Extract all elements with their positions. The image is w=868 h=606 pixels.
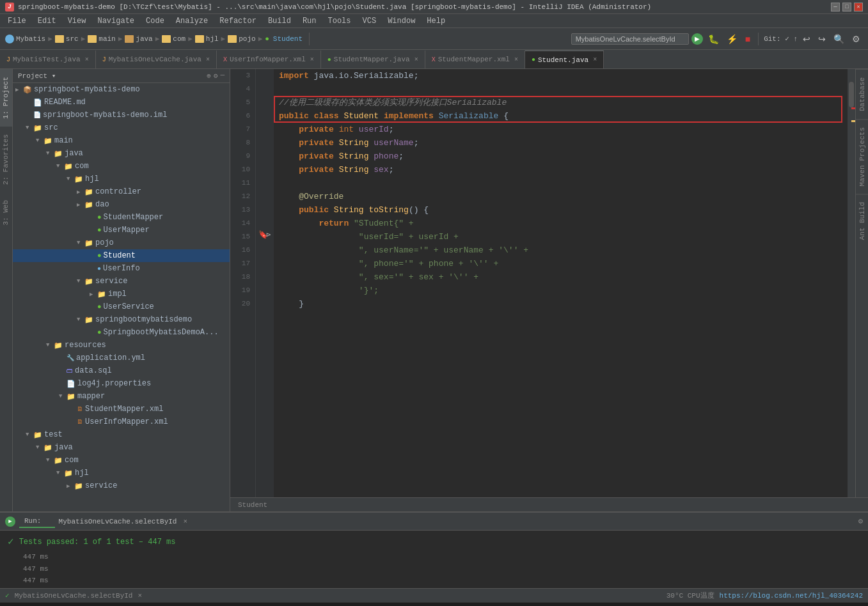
tree-label-test-java: java — [54, 443, 73, 452]
breadcrumb-hjl[interactable]: hjl — [195, 35, 219, 43]
menu-run[interactable]: Run — [297, 15, 322, 27]
tree-log4j[interactable]: 📄 log4j.properties — [13, 377, 230, 390]
tree-impl[interactable]: ▶ 📁 impl — [13, 288, 230, 300]
tab-close-6[interactable]: × — [593, 56, 597, 63]
scrollbar-thumb[interactable] — [849, 82, 854, 107]
tree-springbootmain[interactable]: ● SpringbootMybatisDemoA... — [13, 326, 230, 339]
sidebar-minimize-icon[interactable]: ─ — [220, 72, 225, 80]
tree-label-controller: controller — [95, 187, 141, 196]
tab-close-5[interactable]: × — [514, 56, 518, 63]
search-button[interactable]: 🔍 — [831, 33, 847, 45]
menu-build[interactable]: Build — [263, 15, 296, 27]
tree-studentmapper-xml[interactable]: 🗎 StudentMapper.xml — [13, 403, 230, 416]
run-button[interactable]: ▶ — [691, 33, 703, 45]
tree-test-com[interactable]: ▼ 📁 com — [13, 454, 230, 467]
breadcrumb-java[interactable]: java — [125, 35, 152, 43]
left-vtab-web[interactable]: 3: Web — [0, 192, 12, 233]
menu-analyze[interactable]: Analyze — [171, 15, 213, 27]
menu-code[interactable]: Code — [141, 15, 170, 27]
tree-sbmd[interactable]: ▼ 📁 springbootmybatisdemo — [13, 313, 230, 326]
menu-edit[interactable]: Edit — [33, 15, 61, 27]
tree-item-root[interactable]: ▶ 📦 springboot-mybatis-demo — [13, 83, 230, 96]
menu-vcs[interactable]: VCS — [358, 15, 382, 27]
sidebar-gear-icon[interactable]: ⚙ — [214, 72, 218, 80]
stop-button[interactable]: ■ — [743, 33, 753, 45]
tree-com[interactable]: ▼ 📁 com — [13, 160, 230, 173]
menu-window[interactable]: Window — [383, 15, 420, 27]
breadcrumb-pojo[interactable]: pojo — [228, 35, 255, 43]
ln-8: 8 — [233, 136, 250, 150]
undo-button[interactable]: ↩ — [800, 33, 813, 45]
menu-navigate[interactable]: Navigate — [92, 15, 139, 27]
run-config-select[interactable]: MybatisOneLvCache.selectById — [571, 33, 689, 45]
debug-button[interactable]: 🐛 — [706, 33, 722, 45]
tree-resources[interactable]: ▼ 📁 resources — [13, 339, 230, 352]
breadcrumb-student[interactable]: ● Student — [265, 35, 303, 43]
run-tab-mybatis[interactable]: Run: — [19, 515, 55, 528]
tab-mybatisonelvcache[interactable]: J MybatisOneLvCache.java × — [96, 50, 217, 68]
tree-applicationyml[interactable]: 🔧 application.yml — [13, 352, 230, 364]
breadcrumb-src[interactable]: src — [55, 35, 79, 43]
run-status-button[interactable]: ▶ — [5, 517, 15, 527]
tab-studentmapper-xml[interactable]: X StudentMapper.xml × — [425, 50, 525, 68]
tab-close-3[interactable]: × — [310, 56, 314, 63]
menu-help[interactable]: Help — [422, 15, 450, 27]
tree-readme[interactable]: 📄 README.md — [13, 96, 230, 109]
code-content[interactable]: import java.io.Serializable; //使用二级缓存的实体… — [274, 69, 848, 497]
tree-dao[interactable]: ▶ 📁 dao — [13, 198, 230, 211]
tree-test-java[interactable]: ▼ 📁 java — [13, 441, 230, 454]
tree-usermapper[interactable]: ● UserMapper — [13, 224, 230, 237]
minimize-button[interactable]: ─ — [831, 3, 840, 12]
breadcrumb-com[interactable]: com — [162, 35, 185, 43]
menu-file[interactable]: File — [3, 15, 31, 27]
tree-mapper-folder[interactable]: ▼ 📁 mapper — [13, 390, 230, 403]
status-close[interactable]: × — [138, 592, 142, 600]
settings-button[interactable]: ⚙ — [849, 33, 863, 45]
menu-tools[interactable]: Tools — [323, 15, 356, 27]
ln-12: 12 — [233, 190, 250, 203]
coverage-button[interactable]: ⚡ — [724, 33, 740, 45]
tree-src[interactable]: ▼ 📁 src — [13, 121, 230, 134]
maximize-button[interactable]: □ — [842, 3, 851, 12]
left-vtab-favorites[interactable]: 2: Favorites — [0, 127, 12, 192]
sidebar-scope-icon[interactable]: ⊕ — [207, 72, 211, 80]
tree-pojo[interactable]: ▼ 📁 pojo — [13, 237, 230, 249]
breadcrumb-main[interactable]: main — [88, 35, 115, 43]
right-tab-ant[interactable]: Ant Build — [856, 194, 869, 247]
tree-test-service[interactable]: ▶ 📁 service — [13, 479, 230, 492]
tree-test[interactable]: ▼ 📁 test — [13, 428, 230, 441]
menu-view[interactable]: View — [63, 15, 91, 27]
tab-studentmapper-java[interactable]: ● StudentMapper.java × — [321, 50, 425, 68]
tree-service[interactable]: ▼ 📁 service — [13, 275, 230, 288]
editor-scrollbar[interactable] — [848, 69, 855, 497]
tree-hjl[interactable]: ▼ 📁 hjl — [13, 173, 230, 185]
tree-userinfomapper-xml[interactable]: 🗎 UserInfoMapper.xml — [13, 416, 230, 428]
tree-studentmapper-cls[interactable]: ● StudentMapper — [13, 211, 230, 224]
status-url[interactable]: https://blog.csdn.net/hjl_40364242 — [720, 592, 863, 600]
close-button[interactable]: ✕ — [854, 3, 863, 12]
redo-button[interactable]: ↪ — [816, 33, 828, 45]
left-vtab-project[interactable]: 1: Project — [0, 69, 12, 127]
menu-refactor[interactable]: Refactor — [214, 15, 262, 27]
tree-iml[interactable]: 📄 springboot-mybatis-demo.iml — [13, 109, 230, 121]
tab-student-java[interactable]: ● Student.java × — [525, 50, 604, 68]
tree-controller[interactable]: ▶ 📁 controller — [13, 185, 230, 198]
right-tab-maven[interactable]: Maven Projects — [856, 119, 869, 194]
tree-test-hjl[interactable]: ▼ 📁 hjl — [13, 467, 230, 479]
tree-label-hjl: hjl — [85, 175, 99, 183]
tab-close-4[interactable]: × — [414, 56, 418, 63]
right-tab-database[interactable]: Database — [856, 69, 869, 119]
tab-userinfomapper-xml[interactable]: X UserInfoMapper.xml × — [217, 50, 321, 68]
tab-close-1[interactable]: × — [85, 56, 89, 63]
tree-main[interactable]: ▼ 📁 main — [13, 134, 230, 147]
tree-java[interactable]: ▼ 📁 java — [13, 147, 230, 160]
tab-mybatistest[interactable]: J MybatisTest.java × — [0, 50, 96, 68]
tree-userservice[interactable]: ● UserService — [13, 300, 230, 313]
run-settings-button[interactable]: ⚙ — [858, 517, 863, 526]
run-tab-close[interactable]: × — [183, 518, 187, 525]
tab-close-2[interactable]: × — [206, 56, 210, 63]
breadcrumb-mybatis[interactable]: Mybatis — [5, 35, 45, 43]
tree-datasql[interactable]: 🗃 data.sql — [13, 364, 230, 377]
tree-userinfo[interactable]: ● UserInfo — [13, 262, 230, 275]
tree-student-cls[interactable]: ● Student — [13, 249, 230, 262]
